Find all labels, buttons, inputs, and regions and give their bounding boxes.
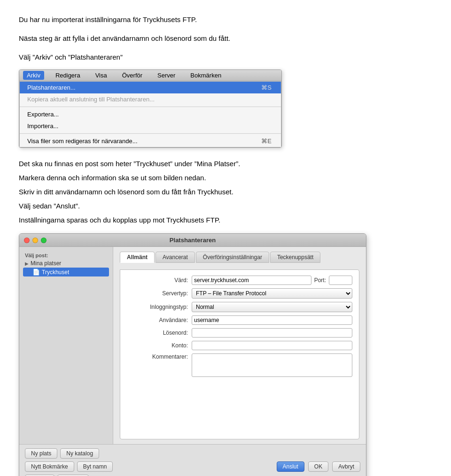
host-label: Värd: xyxy=(127,277,188,284)
intro-line1: Du har nu importerat inställningarna för… xyxy=(19,14,432,25)
ny-plats-button[interactable]: Ny plats xyxy=(25,448,57,459)
tryckhuset-icon: 📄 xyxy=(32,269,40,276)
middle-text-1: Det ska nu finnas en post som heter ”Try… xyxy=(19,158,432,169)
ok-button[interactable]: OK xyxy=(308,461,328,472)
platshanteraren-dialog: Platshanteraren Välj post: ▶ Mina platse… xyxy=(19,233,366,476)
server-type-row: Servertyp: FTP – File Transfer Protocol xyxy=(127,288,352,299)
user-label: Användare: xyxy=(127,317,188,323)
dialog-footer: Ny plats Ny katalog Nytt Bokmärke Byt na… xyxy=(19,444,366,476)
close-button[interactable] xyxy=(24,238,30,243)
maximize-button[interactable] xyxy=(41,238,47,243)
user-row: Användare: xyxy=(127,315,352,325)
byt-namn-button[interactable]: Byt namn xyxy=(77,461,113,472)
menu-overforf[interactable]: Överför xyxy=(118,71,146,80)
dialog-body: Välj post: ▶ Mina platser 📄 Tryckhuset A… xyxy=(19,247,366,444)
dialog-titlebar: Platshanteraren xyxy=(19,234,366,247)
menu-importera[interactable]: Importera... xyxy=(20,120,281,132)
section-label: Välj ”Arkiv” och ”Platshanteraren” xyxy=(19,52,432,63)
middle-text-2: Markera denna och information ska se ut … xyxy=(19,172,432,184)
account-input[interactable] xyxy=(192,341,352,350)
password-label: Lösenord: xyxy=(127,330,188,336)
sidebar-group-label: Mina platser xyxy=(31,260,61,267)
tab-teckenuppsatt[interactable]: Teckenuppsätt xyxy=(270,252,320,263)
menu-server[interactable]: Server xyxy=(154,71,179,80)
dialog-title: Platshanteraren xyxy=(170,237,216,244)
sidebar-item-label: Tryckhuset xyxy=(42,269,69,276)
comments-row: Kommentarer: xyxy=(127,353,352,377)
comments-label: Kommentarer: xyxy=(127,353,188,360)
login-type-label: Inloggningstyp: xyxy=(127,304,188,310)
menu-screenshot: Arkiv Redigera Visa Överför Server Bokmä… xyxy=(19,69,282,148)
avbryt-button[interactable]: Avbryt xyxy=(332,461,360,472)
host-row: Värd: Port: xyxy=(127,276,352,285)
middle-text-4: Välj sedan ”Anslut”. xyxy=(19,200,432,212)
menu-bokmarken[interactable]: Bokmärken xyxy=(187,71,225,80)
menu-exportera[interactable]: Exportera... xyxy=(20,108,281,120)
menu-kopiera-anslutning: Kopiera aktuell anslutning till Platshan… xyxy=(20,93,281,105)
tab-content-allmant: Värd: Port: Servertyp: FTP – File Transf… xyxy=(120,269,359,439)
middle-text-3: Skriv in ditt användarnamn och lösenord … xyxy=(19,186,432,198)
port-label: Port: xyxy=(314,277,326,284)
account-label: Konto: xyxy=(127,342,188,349)
sidebar-tryckhuset[interactable]: 📄 Tryckhuset xyxy=(23,268,109,276)
menu-separator-1 xyxy=(20,107,281,107)
host-port-group: Port: xyxy=(192,276,352,285)
anslut-button[interactable]: Anslut xyxy=(277,461,304,472)
port-input[interactable] xyxy=(329,276,352,285)
menu-dropdown: Platshanteraren... ⌘S Kopiera aktuell an… xyxy=(19,81,281,147)
intro-line2: Nästa steg är att fylla i det användarna… xyxy=(19,33,432,44)
login-type-row: Inloggningstyp: Normal xyxy=(127,302,352,312)
sidebar-mina-platser[interactable]: ▶ Mina platser xyxy=(23,259,109,268)
password-input[interactable] xyxy=(192,328,352,338)
menu-bar: Arkiv Redigera Visa Överför Server Bokmä… xyxy=(19,70,281,81)
menu-separator-2 xyxy=(20,133,281,134)
menu-arkiv[interactable]: Arkiv xyxy=(23,71,44,80)
comments-textarea[interactable] xyxy=(192,353,352,377)
login-type-select[interactable]: Normal xyxy=(192,302,352,312)
dialog-sidebar: Välj post: ▶ Mina platser 📄 Tryckhuset xyxy=(19,247,113,444)
minimize-button[interactable] xyxy=(32,238,38,243)
footer-left-buttons: Ny plats Ny katalog Nytt Bokmärke Byt na… xyxy=(25,448,119,476)
menu-platshanteraren[interactable]: Platshanteraren... ⌘S xyxy=(20,82,281,93)
menu-visa-filer[interactable]: Visa filer som redigeras för närvarande.… xyxy=(20,135,281,147)
menu-redigera[interactable]: Redigera xyxy=(52,71,84,80)
footer-right-buttons: Anslut OK Avbryt xyxy=(277,461,361,472)
middle-text-5: Inställningarna sparas och du kopplas up… xyxy=(19,215,432,226)
dialog-window-controls xyxy=(24,238,47,243)
dialog-main: Allmänt Avancerat Överföringsinställning… xyxy=(113,247,366,444)
tab-allmant[interactable]: Allmänt xyxy=(120,252,155,263)
account-row: Konto: xyxy=(127,341,352,350)
nytt-bokmarke-button[interactable]: Nytt Bokmärke xyxy=(25,461,74,472)
server-type-select[interactable]: FTP – File Transfer Protocol xyxy=(192,288,352,299)
sidebar-label: Välj post: xyxy=(23,251,109,259)
user-input[interactable] xyxy=(192,315,352,325)
tab-bar: Allmänt Avancerat Överföringsinställning… xyxy=(120,252,359,263)
server-type-label: Servertyp: xyxy=(127,290,188,297)
tab-avancerat[interactable]: Avancerat xyxy=(156,252,195,263)
ny-katalog-button[interactable]: Ny katalog xyxy=(60,448,99,459)
menu-visa[interactable]: Visa xyxy=(92,71,111,80)
host-input[interactable] xyxy=(192,276,311,285)
tree-arrow-icon: ▶ xyxy=(25,261,29,266)
password-row: Lösenord: xyxy=(127,328,352,338)
tab-overforing[interactable]: Överföringsinställningar xyxy=(196,252,269,263)
